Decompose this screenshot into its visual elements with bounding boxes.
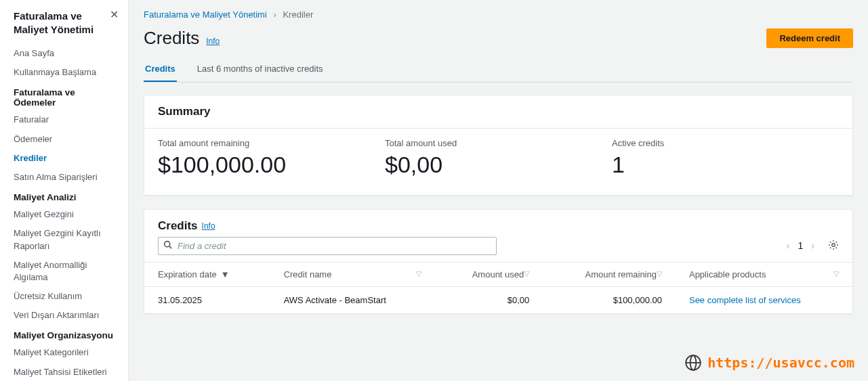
globe-icon — [684, 354, 702, 372]
summary-heading: Summary — [144, 95, 852, 129]
credits-table: Expiration date▼ Credit name▽ Amount use… — [144, 262, 852, 313]
info-link[interactable]: Info — [206, 37, 220, 46]
svg-point-2 — [832, 244, 835, 246]
cell-amount-used: $0,00 — [435, 286, 543, 313]
table-row: 31.05.2025AWS Activate - BeamStart$0,00$… — [144, 286, 852, 313]
sidebar-item[interactable]: Maliyet Kategorileri — [0, 343, 128, 362]
search-input[interactable] — [158, 237, 497, 255]
search-icon — [163, 240, 172, 251]
sidebar-section-heading: Maliyet Organizasyonu — [0, 325, 128, 343]
main-content: Faturalama ve Maliyet Yönetimi › Kredile… — [129, 0, 868, 381]
redeem-credit-button[interactable]: Redeem credit — [766, 28, 853, 48]
sidebar-item[interactable]: Maliyet Anormalliği Algılama — [0, 256, 128, 287]
filter-icon: ▽ — [657, 269, 662, 278]
col-expiration[interactable]: Expiration date▼ — [144, 262, 270, 286]
sidebar-item[interactable]: Kullanmaya Başlama — [0, 63, 128, 82]
chevron-right-icon: › — [273, 9, 276, 20]
cell-amount-remaining: $100,000.00 — [543, 286, 676, 313]
sidebar-item[interactable]: Maliyet Gezgini Kayıtlı Raporları — [0, 224, 128, 255]
sidebar-item[interactable]: Krediler — [0, 149, 128, 168]
credits-info-link[interactable]: Info — [202, 221, 215, 231]
filter-icon: ▽ — [416, 269, 421, 278]
cell-applicable: See complete list of services — [676, 286, 852, 313]
sidebar: Faturalama ve Maliyet Yönetimi ✕ Ana Say… — [0, 0, 129, 381]
applicable-link[interactable]: See complete list of services — [689, 295, 801, 305]
summary-panel: Summary Total amount remaining $100,000.… — [144, 95, 853, 196]
col-amount-used[interactable]: Amount used▽ — [435, 262, 543, 286]
page-number: 1 — [798, 240, 804, 251]
filter-icon: ▽ — [833, 269, 839, 278]
col-amount-remaining[interactable]: Amount remaining▽ — [543, 262, 676, 286]
close-icon[interactable]: ✕ — [110, 9, 119, 20]
tabs: Credits Last 6 months of inactive credit… — [144, 57, 853, 83]
cell-expiration: 31.05.2025 — [144, 286, 270, 313]
summary-used-value: $0,00 — [385, 151, 612, 179]
tab-inactive-credits[interactable]: Last 6 months of inactive credits — [196, 57, 325, 82]
summary-used-label: Total amount used — [385, 138, 612, 148]
sidebar-title: Faturalama ve Maliyet Yönetimi — [14, 9, 110, 36]
sort-desc-icon: ▼ — [221, 269, 230, 279]
next-page-icon[interactable]: › — [811, 240, 814, 251]
filter-icon: ▽ — [524, 269, 529, 278]
credits-heading: Credits — [158, 219, 198, 233]
sidebar-item[interactable]: Veri Dışarı Aktarımları — [0, 306, 128, 325]
tab-credits[interactable]: Credits — [144, 57, 177, 82]
sidebar-item[interactable]: Ücretsiz Kullanım — [0, 287, 128, 306]
svg-line-1 — [169, 246, 171, 248]
sidebar-item[interactable]: Faturalar — [0, 110, 128, 129]
col-credit-name[interactable]: Credit name▽ — [270, 262, 436, 286]
summary-remaining-value: $100,000.00 — [158, 151, 385, 179]
prev-page-icon[interactable]: ‹ — [787, 240, 790, 251]
sidebar-item[interactable]: Satın Alma Siparişleri — [0, 168, 128, 187]
sidebar-section-heading: Maliyet Analizi — [0, 187, 128, 205]
breadcrumb-root[interactable]: Faturalama ve Maliyet Yönetimi — [144, 9, 267, 20]
page-title: Credits — [144, 28, 199, 48]
sidebar-item[interactable]: Maliyet Tahsisi Etiketleri — [0, 363, 128, 381]
search-box — [158, 237, 497, 255]
summary-remaining-label: Total amount remaining — [158, 138, 385, 148]
breadcrumb-current: Krediler — [283, 9, 313, 20]
sidebar-item[interactable]: Maliyet Gezgini — [0, 205, 128, 224]
sidebar-section-heading: Faturalama ve Ödemeler — [0, 82, 128, 110]
sidebar-item[interactable]: Ödemeler — [0, 130, 128, 149]
watermark: https://usavcc.com — [684, 354, 854, 372]
credits-panel: Credits Info ‹ 1 › — [144, 209, 853, 314]
cell-credit-name: AWS Activate - BeamStart — [270, 286, 436, 313]
pagination: ‹ 1 › — [787, 240, 839, 252]
sidebar-item[interactable]: Ana Sayfa — [0, 44, 128, 63]
breadcrumb: Faturalama ve Maliyet Yönetimi › Kredile… — [144, 9, 853, 20]
summary-active-value: 1 — [612, 151, 839, 179]
col-applicable[interactable]: Applicable products▽ — [676, 262, 852, 286]
svg-point-0 — [165, 242, 170, 247]
settings-icon[interactable] — [828, 240, 839, 252]
summary-active-label: Active credits — [612, 138, 839, 148]
